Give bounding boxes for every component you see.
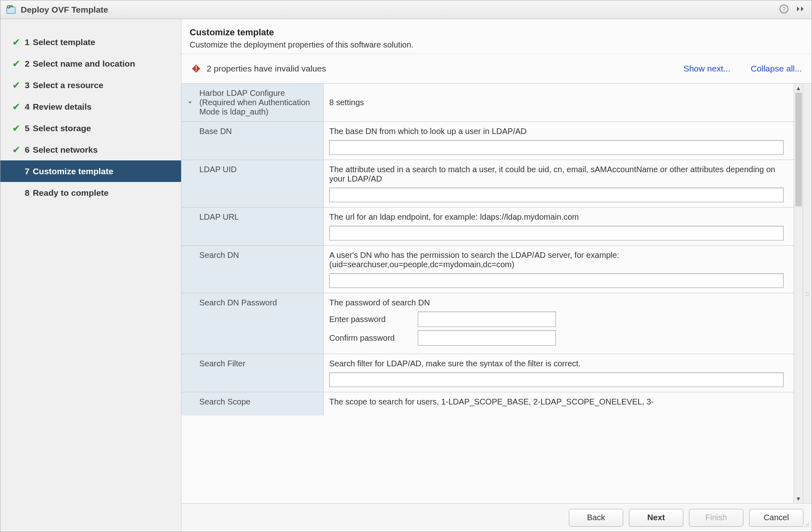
confirm-password-label: Confirm password	[329, 333, 410, 343]
svg-point-7	[808, 523, 809, 523]
input-search-dn[interactable]	[329, 273, 784, 288]
row-search-filter: Search Filter Search filter for LDAP/AD,…	[181, 354, 794, 392]
input-ldap-url[interactable]	[329, 226, 784, 240]
wizard-sidebar: ✔1Select template ✔2Select name and loca…	[0, 19, 181, 532]
error-icon	[191, 64, 201, 74]
check-icon: ✔	[10, 123, 22, 134]
svg-rect-6	[196, 70, 197, 71]
svg-point-8	[806, 524, 807, 525]
section-label: Harbor LDAP Configure (Required when Aut…	[199, 89, 310, 116]
main-panel: Customize template Customize the deploym…	[181, 19, 812, 532]
step-select-template[interactable]: ✔1Select template	[0, 31, 181, 53]
back-button[interactable]: Back	[569, 509, 623, 527]
dialog-title: Deploy OVF Template	[21, 5, 779, 15]
desc-search-filter: Search filter for LDAP/AD, make sure the…	[329, 359, 788, 368]
page-title: Customize template	[190, 27, 803, 38]
label-ldap-url: LDAP URL	[181, 208, 324, 245]
desc-search-scope: The scope to search for users, 1-LDAP_SC…	[329, 397, 788, 407]
cancel-button[interactable]: Cancel	[749, 509, 803, 527]
resize-grip-icon[interactable]	[803, 521, 810, 530]
desc-search-dn-password: The password of search DN	[329, 298, 788, 307]
page-header: Customize template Customize the deploym…	[181, 19, 812, 54]
scroll-up-icon[interactable]: ▲	[794, 84, 803, 93]
expand-icon[interactable]	[795, 4, 807, 15]
pane-drag-handle[interactable]: ::	[803, 84, 812, 503]
step-select-storage[interactable]: ✔5Select storage	[0, 117, 181, 139]
step-ready-to-complete[interactable]: ✔8Ready to complete	[0, 182, 181, 203]
scroll-down-icon[interactable]: ▼	[794, 494, 803, 503]
row-search-dn: Search DN A user's DN who has the permis…	[181, 246, 794, 293]
dialog-footer: Back Next Finish Cancel	[181, 503, 812, 532]
check-icon: ✔	[10, 80, 22, 91]
desc-base-dn: The base DN from which to look up a user…	[329, 127, 788, 136]
enter-password-label: Enter password	[329, 315, 410, 324]
label-ldap-uid: LDAP UID	[181, 160, 324, 207]
step-review-details[interactable]: ✔4Review details	[0, 96, 181, 117]
svg-rect-5	[196, 66, 197, 69]
scroll-thumb[interactable]	[795, 93, 802, 206]
title-bar: Deploy OVF Template ?	[0, 0, 812, 19]
step-select-name-location[interactable]: ✔2Select name and location	[0, 53, 181, 74]
svg-point-10	[805, 526, 806, 527]
page-subtitle: Customize the deployment properties of t…	[190, 40, 803, 50]
step-select-resource[interactable]: ✔3Select a resource	[0, 74, 181, 96]
collapse-all-link[interactable]: Collapse all...	[751, 64, 802, 74]
desc-ldap-url: The url for an ldap endpoint, for exampl…	[329, 212, 788, 222]
input-base-dn[interactable]	[329, 140, 784, 155]
vertical-scrollbar[interactable]: ▲ ▼	[794, 84, 803, 503]
validation-message: 2 properties have invalid values	[207, 64, 683, 74]
settings-scroll-area: Harbor LDAP Configure (Required when Aut…	[181, 84, 794, 503]
svg-point-9	[808, 524, 809, 525]
input-ldap-uid[interactable]	[329, 188, 784, 202]
step-select-networks[interactable]: ✔6Select networks	[0, 139, 181, 160]
input-search-filter[interactable]	[329, 372, 784, 387]
help-icon[interactable]: ?	[779, 4, 790, 15]
show-next-link[interactable]: Show next...	[683, 64, 730, 74]
next-button[interactable]: Next	[629, 509, 683, 527]
row-base-dn: Base DN The base DN from which to look u…	[181, 122, 794, 160]
desc-search-dn: A user's DN who has the permission to se…	[329, 251, 788, 269]
check-icon: ✔	[10, 101, 22, 112]
label-search-dn: Search DN	[181, 246, 324, 293]
validation-bar: 2 properties have invalid values Show ne…	[181, 54, 812, 83]
svg-point-11	[806, 526, 807, 527]
input-enter-password[interactable]	[418, 311, 556, 327]
section-harbor-ldap[interactable]: Harbor LDAP Configure (Required when Aut…	[181, 84, 794, 122]
label-base-dn: Base DN	[181, 122, 324, 160]
row-search-dn-password: Search DN Password The password of searc…	[181, 293, 794, 354]
row-ldap-url: LDAP URL The url for an ldap endpoint, f…	[181, 208, 794, 246]
label-search-scope: Search Scope	[181, 392, 324, 415]
check-icon: ✔	[10, 58, 22, 69]
step-customize-template[interactable]: ✔7Customize template	[0, 160, 181, 182]
row-ldap-uid: LDAP UID The attribute used in a search …	[181, 160, 794, 208]
deploy-ovf-dialog: Deploy OVF Template ? ✔1Select template …	[0, 0, 812, 532]
svg-text:?: ?	[782, 6, 786, 12]
label-search-dn-password: Search DN Password	[181, 293, 324, 354]
svg-point-12	[808, 526, 809, 527]
finish-button: Finish	[689, 509, 743, 527]
desc-ldap-uid: The attribute used in a search to match …	[329, 165, 788, 184]
ovf-icon	[5, 4, 17, 15]
row-search-scope: Search Scope The scope to search for use…	[181, 392, 794, 415]
check-icon: ✔	[10, 37, 22, 48]
section-summary: 8 settings	[329, 98, 364, 107]
input-confirm-password[interactable]	[418, 330, 556, 346]
check-icon: ✔	[10, 144, 22, 156]
chevron-down-icon[interactable]	[187, 98, 193, 107]
label-search-filter: Search Filter	[181, 354, 324, 392]
